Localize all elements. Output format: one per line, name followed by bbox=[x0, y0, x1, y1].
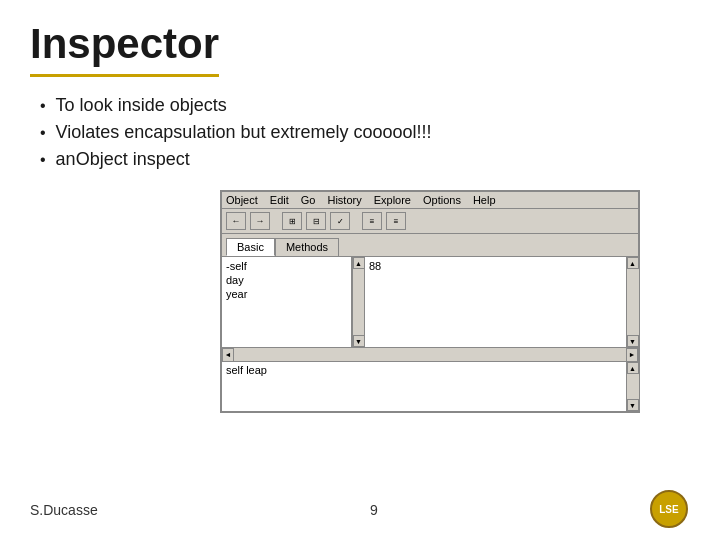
right-scroll-down[interactable]: ▼ bbox=[627, 335, 639, 347]
title-section: Inspector bbox=[30, 20, 219, 77]
hscroll-right[interactable]: ► bbox=[626, 348, 638, 362]
toolbar-btn-7[interactable]: ≡ bbox=[386, 212, 406, 230]
menu-help[interactable]: Help bbox=[473, 194, 496, 206]
toolbar-btn-5[interactable]: ✓ bbox=[330, 212, 350, 230]
bottom-scroll-down[interactable]: ▼ bbox=[627, 399, 639, 411]
bullet-text-2: Violates encapsulation but extremely coo… bbox=[56, 122, 432, 143]
left-item-self[interactable]: -self bbox=[224, 259, 349, 273]
tab-basic[interactable]: Basic bbox=[226, 238, 275, 256]
toolbar: ← → ⊞ ⊟ ✓ ≡ ≡ bbox=[222, 209, 638, 234]
lse-logo: LSE bbox=[650, 490, 690, 530]
bottom-scroll-track bbox=[627, 374, 639, 399]
bullets-list: • To look inside objects • Violates enca… bbox=[40, 95, 690, 170]
left-panel-scrollbar: ▲ ▼ bbox=[352, 257, 364, 347]
bottom-panel: self leap ▲ ▼ bbox=[222, 361, 638, 411]
bullet-item-1: • To look inside objects bbox=[40, 95, 690, 116]
right-panel-scrollbar: ▲ ▼ bbox=[626, 257, 638, 347]
menu-bar: Object Edit Go History Explore Options H… bbox=[222, 192, 638, 209]
page-number: 9 bbox=[370, 502, 378, 518]
hscroll-left[interactable]: ◄ bbox=[222, 348, 234, 362]
bullet-item-3: • anObject inspect bbox=[40, 149, 690, 170]
footer: S.Ducasse 9 LSE bbox=[30, 490, 690, 530]
inspector-window: Object Edit Go History Explore Options H… bbox=[220, 190, 640, 413]
hscroll-track bbox=[236, 351, 624, 359]
bottom-scroll-up[interactable]: ▲ bbox=[627, 362, 639, 374]
left-scroll-down[interactable]: ▼ bbox=[353, 335, 365, 347]
toolbar-btn-4[interactable]: ⊟ bbox=[306, 212, 326, 230]
bullet-item-2: • Violates encapsulation but extremely c… bbox=[40, 122, 690, 143]
menu-go[interactable]: Go bbox=[301, 194, 316, 206]
menu-history[interactable]: History bbox=[327, 194, 361, 206]
menu-options[interactable]: Options bbox=[423, 194, 461, 206]
right-scroll-track bbox=[627, 269, 639, 335]
content-area: -self day year ▲ ▼ 88 ▲ ▼ bbox=[222, 256, 638, 347]
toolbar-btn-6[interactable]: ≡ bbox=[362, 212, 382, 230]
right-panel-value: 88 bbox=[367, 259, 624, 273]
toolbar-btn-3[interactable]: ⊞ bbox=[282, 212, 302, 230]
bullet-dot-1: • bbox=[40, 97, 46, 115]
menu-object[interactable]: Object bbox=[226, 194, 258, 206]
tab-methods[interactable]: Methods bbox=[275, 238, 339, 256]
right-scroll-up[interactable]: ▲ bbox=[627, 257, 639, 269]
bullet-dot-2: • bbox=[40, 124, 46, 142]
back-button[interactable]: ← bbox=[226, 212, 246, 230]
author-label: S.Ducasse bbox=[30, 502, 98, 518]
slide-container: Inspector • To look inside objects • Vio… bbox=[0, 0, 720, 540]
bullet-text-1: To look inside objects bbox=[56, 95, 227, 116]
bottom-scrollbar: ▲ ▼ bbox=[626, 362, 638, 411]
left-scroll-track bbox=[353, 269, 365, 335]
slide-title: Inspector bbox=[30, 20, 219, 68]
bullet-text-3: anObject inspect bbox=[56, 149, 190, 170]
right-panel: 88 bbox=[364, 257, 626, 347]
forward-button[interactable]: → bbox=[250, 212, 270, 230]
left-item-day[interactable]: day bbox=[224, 273, 349, 287]
tabs-row: Basic Methods bbox=[222, 234, 638, 256]
bullet-dot-3: • bbox=[40, 151, 46, 169]
lse-logo-text: LSE bbox=[650, 490, 688, 528]
left-item-year[interactable]: year bbox=[224, 287, 349, 301]
bottom-panel-text: self leap bbox=[226, 364, 267, 376]
left-scroll-up[interactable]: ▲ bbox=[353, 257, 365, 269]
horizontal-scroll-area: ◄ ► bbox=[222, 347, 638, 361]
menu-explore[interactable]: Explore bbox=[374, 194, 411, 206]
menu-edit[interactable]: Edit bbox=[270, 194, 289, 206]
left-panel: -self day year bbox=[222, 257, 352, 347]
